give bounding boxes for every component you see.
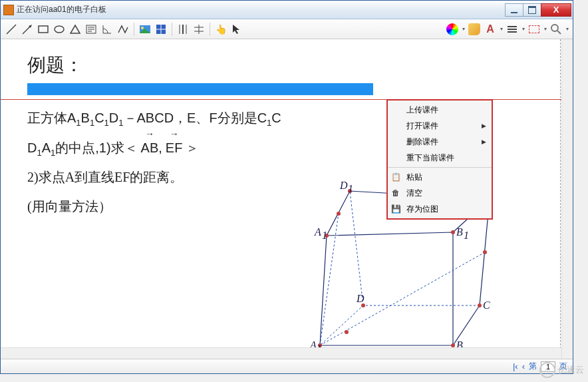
triangle-tool-icon[interactable] [69, 23, 82, 36]
vertical-scrollbar[interactable] [561, 39, 573, 359]
svg-text:A: A [314, 226, 321, 238]
svg-line-24 [557, 31, 561, 34]
window-title: 正在访问aa01的电子白板 [17, 4, 506, 15]
canvas[interactable]: 例题： 正方体A1B1C1D1－ABCD，E、F分别是C1C D1A1的中点,1… [1, 39, 573, 359]
window-controls: X [506, 3, 571, 17]
hand-tool-icon[interactable]: 👆 [214, 23, 227, 36]
align-vertical-icon[interactable] [192, 23, 206, 36]
text-style-icon[interactable]: A [484, 23, 497, 36]
menu-save-bitmap[interactable]: 💾存为位图 [388, 201, 492, 217]
submenu-arrow-icon: ▶ [482, 138, 486, 145]
statusbar: |‹ ‹ 第 页 [1, 359, 573, 373]
vertical-guide [560, 39, 561, 359]
rect-tool-icon[interactable] [37, 23, 50, 36]
svg-text:B: B [456, 226, 463, 238]
pointer-tool-icon[interactable] [230, 23, 243, 36]
menu-upload-courseware[interactable]: 上传课件 [388, 102, 492, 118]
dropdown-icon[interactable]: ▾ [566, 26, 569, 32]
align-horizontal-icon[interactable] [176, 23, 190, 36]
menu-paste[interactable]: 📋粘贴 [388, 169, 492, 185]
svg-point-36 [337, 212, 341, 216]
app-window: 正在访问aa01的电子白板 X 👆 ▾ A▾ ▾ ▾ ▾ [0, 0, 573, 374]
textbox-tool-icon[interactable] [84, 23, 98, 36]
svg-text:D: D [356, 293, 365, 304]
svg-text:1: 1 [322, 230, 327, 241]
titlebar: 正在访问aa01的电子白板 X [1, 1, 573, 19]
arrow-tool-icon[interactable] [21, 23, 34, 36]
context-menu: 上传课件 打开课件▶ 删除课件▶ 重下当前课件 📋粘贴 🗑清空 💾存为位图 [386, 99, 493, 220]
image-tool-icon[interactable] [138, 23, 152, 36]
line-tool-icon[interactable] [5, 23, 18, 36]
maximize-button[interactable] [523, 3, 541, 17]
page-label: 第 [529, 361, 537, 372]
heading: 例题： [27, 53, 546, 78]
svg-text:C: C [483, 299, 490, 311]
menu-redownload-courseware[interactable]: 重下当前课件 [388, 150, 492, 166]
line-style-icon[interactable] [506, 23, 519, 36]
ellipse-tool-icon[interactable] [53, 23, 66, 36]
toolbar-separator [210, 23, 210, 36]
grid-tool-icon[interactable] [154, 23, 168, 36]
zoom-icon[interactable] [549, 23, 563, 36]
svg-text:D: D [339, 180, 348, 191]
svg-marker-22 [233, 25, 239, 34]
svg-point-29 [478, 303, 482, 307]
dropdown-icon[interactable]: ▾ [522, 26, 525, 32]
dropdown-icon[interactable]: ▾ [544, 26, 547, 32]
horizontal-scrollbar[interactable] [1, 347, 561, 359]
toolbar-separator [134, 23, 134, 36]
svg-point-35 [483, 250, 487, 254]
watermark-icon: ∞ [539, 362, 555, 378]
paste-icon: 📋 [390, 172, 401, 182]
menu-open-courseware[interactable]: 打开课件▶ [388, 118, 492, 134]
dropdown-icon[interactable]: ▾ [500, 26, 503, 32]
svg-point-11 [141, 27, 144, 29]
color-wheel-icon[interactable] [446, 23, 459, 36]
dropdown-icon[interactable]: ▾ [462, 26, 465, 32]
app-icon [3, 5, 14, 15]
svg-point-4 [55, 26, 64, 33]
prev-page-button[interactable]: ‹ [522, 361, 525, 371]
menu-clear[interactable]: 🗑清空 [388, 185, 492, 201]
angle-tool-icon[interactable] [100, 23, 114, 36]
toolbar: 👆 ▾ A▾ ▾ ▾ ▾ [1, 19, 573, 39]
svg-point-23 [551, 25, 558, 31]
watermark: ∞ 亿速云 [539, 362, 584, 378]
save-icon: 💾 [390, 204, 401, 214]
minimize-button[interactable] [505, 3, 523, 17]
menu-delete-courseware[interactable]: 删除课件▶ [388, 134, 492, 150]
submenu-arrow-icon: ▶ [482, 122, 486, 129]
svg-marker-5 [71, 25, 80, 33]
svg-text:1: 1 [348, 183, 353, 194]
polyline-tool-icon[interactable] [116, 23, 130, 36]
toolbar-separator [172, 23, 172, 36]
svg-text:1: 1 [464, 230, 469, 241]
blue-highlight-bar [27, 83, 373, 95]
paint-bucket-icon[interactable] [468, 23, 481, 36]
svg-point-37 [345, 330, 349, 334]
clear-icon: 🗑 [390, 188, 401, 198]
first-page-button[interactable]: |‹ [513, 361, 518, 371]
svg-rect-3 [39, 26, 48, 33]
close-button[interactable]: X [541, 3, 571, 17]
svg-point-32 [451, 230, 455, 234]
svg-line-0 [7, 25, 16, 34]
svg-line-1 [23, 26, 31, 34]
selection-rect-icon[interactable] [527, 23, 541, 36]
